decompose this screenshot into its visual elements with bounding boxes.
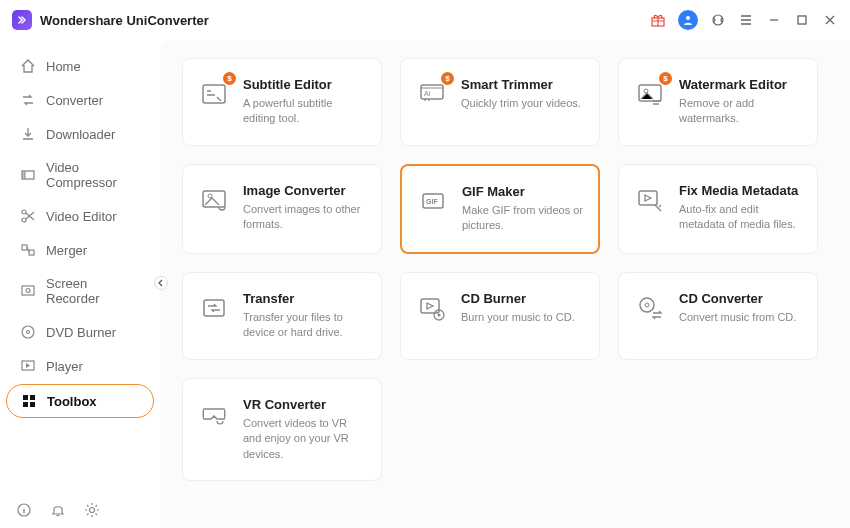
svg-rect-17 [30,402,35,407]
svg-text:GIF: GIF [426,198,438,205]
tool-cd-converter[interactable]: CD Converter Convert music from CD. [618,272,818,360]
sidebar-item-label: DVD Burner [46,325,116,340]
settings-icon[interactable] [84,502,100,518]
tool-desc: Transfer your files to device or hard dr… [243,310,367,341]
sidebar: Home Converter Downloader Video Compress… [0,40,160,528]
tool-title: GIF Maker [462,184,584,199]
svg-point-12 [27,331,30,334]
sidebar-item-label: Downloader [46,127,115,142]
download-icon [20,126,36,142]
tool-desc: Auto-fix and edit metadata of media file… [679,202,803,233]
sidebar-collapse-handle[interactable] [154,276,168,290]
svg-point-34 [640,298,654,312]
merger-icon [20,242,36,258]
tool-title: VR Converter [243,397,367,412]
svg-point-33 [438,313,441,316]
maximize-button[interactable] [794,12,810,28]
compressor-icon [20,167,36,183]
tool-title: Transfer [243,291,367,306]
sidebar-item-compressor[interactable]: Video Compressor [6,152,154,198]
svg-rect-8 [29,250,34,255]
support-icon[interactable] [710,12,726,28]
svg-point-24 [644,89,648,93]
paid-badge: $ [659,72,672,85]
tool-title: Fix Media Metadata [679,183,803,198]
recorder-icon [20,283,36,299]
sidebar-item-recorder[interactable]: Screen Recorder [6,268,154,314]
app-logo [12,10,32,30]
tool-desc: Convert videos to VR and enjoy on your V… [243,416,367,462]
sidebar-item-label: Merger [46,243,87,258]
home-icon [20,58,36,74]
sidebar-item-label: Screen Recorder [46,276,140,306]
svg-point-10 [26,289,30,293]
gif-icon: GIF [416,184,450,218]
svg-rect-20 [203,85,225,103]
svg-text:AI: AI [424,90,431,97]
cd-burner-icon [415,291,449,325]
paid-badge: $ [441,72,454,85]
tool-fix-metadata[interactable]: Fix Media Metadata Auto-fix and edit met… [618,164,818,254]
sidebar-item-downloader[interactable]: Downloader [6,118,154,150]
tool-title: Image Converter [243,183,367,198]
tool-vr-converter[interactable]: VR Converter Convert videos to VR and en… [182,378,382,481]
tool-image-converter[interactable]: Image Converter Convert images to other … [182,164,382,254]
svg-point-26 [208,194,212,198]
gift-icon[interactable] [650,12,666,28]
tool-desc: Convert music from CD. [679,310,796,325]
svg-rect-7 [22,245,27,250]
sidebar-item-label: Video Editor [46,209,117,224]
tool-subtitle-editor[interactable]: $ Subtitle Editor A powerful subtitle ed… [182,58,382,146]
vr-icon [197,397,231,431]
sidebar-item-home[interactable]: Home [6,50,154,82]
svg-rect-9 [22,286,34,295]
tool-watermark-editor[interactable]: $ Watermark Editor Remove or add waterma… [618,58,818,146]
minimize-button[interactable] [766,12,782,28]
svg-point-19 [90,508,95,513]
sidebar-item-merger[interactable]: Merger [6,234,154,266]
menu-icon[interactable] [738,12,754,28]
subtitle-icon: $ [197,77,231,111]
tool-desc: Make GIF from videos or pictures. [462,203,584,234]
notification-icon[interactable] [50,502,66,518]
dvd-icon [20,324,36,340]
sidebar-item-toolbox[interactable]: Toolbox [6,384,154,418]
tool-transfer[interactable]: Transfer Transfer your files to device o… [182,272,382,360]
svg-rect-3 [798,16,806,24]
svg-rect-15 [30,395,35,400]
tool-title: CD Burner [461,291,575,306]
tool-title: Watermark Editor [679,77,803,92]
svg-point-5 [22,210,26,214]
close-button[interactable] [822,12,838,28]
info-icon[interactable] [16,502,32,518]
svg-rect-29 [639,191,657,205]
converter-icon [20,92,36,108]
sidebar-item-label: Home [46,59,81,74]
cd-converter-icon [633,291,667,325]
svg-rect-16 [23,402,28,407]
tool-gif-maker[interactable]: GIF GIF Maker Make GIF from videos or pi… [400,164,600,254]
tool-desc: Quickly trim your videos. [461,96,581,111]
tool-title: CD Converter [679,291,796,306]
sidebar-item-label: Toolbox [47,394,97,409]
transfer-icon [197,291,231,325]
sidebar-item-player[interactable]: Player [6,350,154,382]
player-icon [20,358,36,374]
user-avatar[interactable] [678,10,698,30]
app-title: Wondershare UniConverter [40,13,209,28]
sidebar-item-converter[interactable]: Converter [6,84,154,116]
main: Home Converter Downloader Video Compress… [0,40,850,528]
svg-rect-30 [204,300,224,316]
sidebar-item-editor[interactable]: Video Editor [6,200,154,232]
svg-point-1 [686,16,690,20]
tool-desc: A powerful subtitle editing tool. [243,96,367,127]
tool-cd-burner[interactable]: CD Burner Burn your music to CD. [400,272,600,360]
sidebar-item-label: Video Compressor [46,160,140,190]
scissors-icon [20,208,36,224]
svg-point-6 [22,218,26,222]
image-converter-icon [197,183,231,217]
tool-smart-trimmer[interactable]: AI $ Smart Trimmer Quickly trim your vid… [400,58,600,146]
sidebar-item-dvd[interactable]: DVD Burner [6,316,154,348]
trimmer-icon: AI $ [415,77,449,111]
tool-title: Subtitle Editor [243,77,367,92]
